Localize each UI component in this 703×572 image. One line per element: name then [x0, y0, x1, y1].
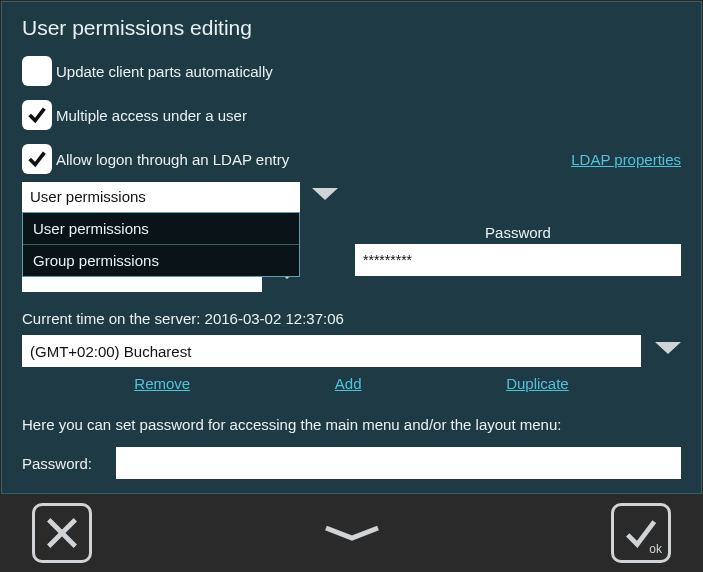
- dialog-footer: ok: [0, 494, 703, 572]
- main-password-label: Password:: [22, 455, 100, 472]
- checkbox-box[interactable]: [22, 100, 52, 130]
- help-text: Here you can set password for accessing …: [22, 416, 681, 433]
- expand-icon[interactable]: [322, 524, 382, 542]
- action-links: Remove Add Duplicate: [22, 375, 681, 392]
- duplicate-link[interactable]: Duplicate: [506, 375, 569, 392]
- permissions-dialog: User permissions editing Update client p…: [1, 1, 702, 494]
- close-icon: [43, 514, 81, 552]
- permissions-dropdown-list: User permissions Group permissions: [22, 212, 300, 277]
- password-label: Password: [355, 224, 681, 241]
- remove-link[interactable]: Remove: [134, 375, 190, 392]
- checkbox-label: Multiple access under a user: [56, 107, 247, 124]
- main-password-input[interactable]: [116, 447, 681, 479]
- checkbox-box[interactable]: [22, 56, 52, 86]
- svg-marker-0: [312, 188, 338, 200]
- dropdown-item-group[interactable]: Group permissions: [23, 245, 299, 276]
- checkbox-update-client[interactable]: Update client parts automatically: [22, 56, 681, 86]
- check-icon: [26, 148, 48, 170]
- add-link[interactable]: Add: [335, 375, 362, 392]
- check-icon: [26, 104, 48, 126]
- checkbox-label: Update client parts automatically: [56, 63, 273, 80]
- dialog-content: Update client parts automatically Multip…: [2, 56, 701, 479]
- checkbox-box[interactable]: [22, 144, 52, 174]
- svg-marker-2: [655, 342, 681, 354]
- checkbox-allow-ldap[interactable]: Allow logon through an LDAP entry: [22, 144, 289, 174]
- permissions-dropdown[interactable]: User permissions: [22, 182, 300, 212]
- password-input[interactable]: [355, 244, 681, 276]
- ldap-properties-link[interactable]: LDAP properties: [571, 151, 681, 168]
- password-column: Password: [355, 224, 681, 276]
- chevron-down-icon[interactable]: [312, 188, 338, 206]
- cancel-button[interactable]: [32, 503, 92, 563]
- checkbox-label: Allow logon through an LDAP entry: [56, 151, 289, 168]
- dropdown-item-user[interactable]: User permissions: [23, 213, 299, 245]
- dialog-title: User permissions editing: [2, 2, 701, 56]
- ok-label: ok: [649, 542, 662, 556]
- ok-button[interactable]: ok: [611, 503, 671, 563]
- server-time-label: Current time on the server: 2016-03-02 1…: [22, 310, 681, 327]
- timezone-input[interactable]: [22, 335, 641, 367]
- chevron-down-icon[interactable]: [655, 342, 681, 360]
- checkbox-multiple-access[interactable]: Multiple access under a user: [22, 100, 681, 130]
